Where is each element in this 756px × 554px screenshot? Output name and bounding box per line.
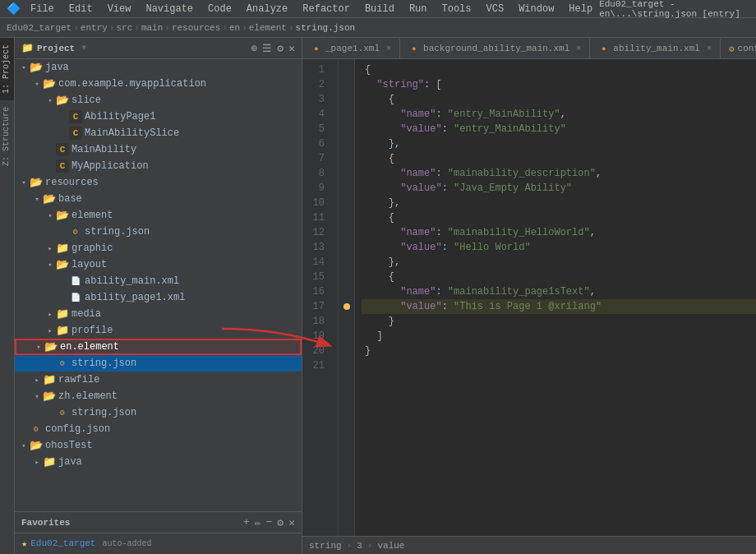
tab-page1[interactable]: 🔸_page1.xml× (302, 39, 400, 58)
line-number-5: 5 (302, 122, 331, 136)
tree-item-AbilityPage1[interactable]: CAbilityPage1 (15, 108, 302, 125)
tree-label-config_json: config.json (45, 423, 110, 435)
settings-icon[interactable]: ⚙ (277, 42, 284, 55)
tree-item-resources[interactable]: ▾📂resources (15, 174, 302, 191)
tree-item-config_json[interactable]: ⚙config.json (15, 421, 302, 437)
tree-arrow-layout: ▾ (44, 261, 56, 270)
tree-item-ohosTest[interactable]: ▾📂ohosTest (15, 437, 302, 454)
editor-area: 🔸_page1.xml×🔸background_ability_main.xml… (302, 38, 756, 554)
star-icon: ★ (21, 538, 27, 550)
tab-close-ability_main[interactable]: × (707, 44, 712, 53)
app-icon: 🔷 (7, 2, 21, 16)
tab-config[interactable]: ⚙config.json× (721, 39, 756, 58)
tree-label-string_json_zh: string.json (71, 407, 136, 418)
breadcrumb-item-2[interactable]: src (116, 23, 132, 33)
tree-icon-config_json: ⚙ (30, 422, 43, 436)
line-number-14: 14 (302, 255, 331, 270)
tree-item-rawfile[interactable]: ▸📁rawfile (15, 372, 302, 388)
menu-navigate[interactable]: Navigate (139, 2, 200, 16)
tree-item-base[interactable]: ▾📂base (15, 191, 302, 207)
menu-items: FileEditViewNavigateCodeAnalyzeRefactorB… (24, 2, 599, 16)
breadcrumb-item-4[interactable]: resources (172, 23, 220, 33)
tree-item-java2[interactable]: ▸📁java (15, 454, 302, 470)
tab-bg_ability[interactable]: 🔸background_ability_main.xml× (400, 39, 590, 58)
menu-view[interactable]: View (101, 2, 138, 16)
tree-item-profile[interactable]: ▸📁profile (15, 322, 302, 339)
fav-settings-icon[interactable]: ⚙ (277, 516, 284, 529)
line-number-20: 20 (302, 344, 331, 358)
tab-ability_main[interactable]: 🔸ability_main.xml× (590, 39, 721, 58)
breadcrumb-item-6[interactable]: element (249, 23, 287, 33)
tab-close-bg_ability[interactable]: × (576, 44, 581, 53)
tree-icon-string_json_base: ⚙ (69, 225, 82, 238)
breadcrumb: Edu02_target › entry › src › main › reso… (0, 18, 756, 38)
tree-item-media[interactable]: ▸📁media (15, 306, 302, 322)
tab-close-page1[interactable]: × (386, 44, 391, 53)
tree-item-slice[interactable]: ▾📂slice (15, 92, 302, 108)
line-number-16: 16 (302, 284, 331, 299)
tree-icon-MyApplication: C (56, 159, 69, 173)
tree-item-ability_main_xml[interactable]: 📄ability_main.xml (15, 273, 302, 289)
tree-item-MainAbilitySlice[interactable]: CMainAbilitySlice (15, 125, 302, 141)
code-line-20: } (362, 344, 756, 358)
close-sidebar-icon[interactable]: ✕ (288, 42, 295, 55)
tree-icon-slice: 📂 (56, 94, 69, 107)
breadcrumb-item-0[interactable]: Edu02_target (7, 23, 71, 33)
breadcrumb-item-5[interactable]: en (229, 23, 240, 33)
breadcrumb-item-3[interactable]: main (141, 23, 163, 33)
tree-icon-java2: 📁 (43, 455, 56, 469)
fav-close-icon[interactable]: ✕ (288, 516, 295, 529)
code-line-17: "value": "This is Page 1 @xrilang" (362, 299, 756, 314)
breadcrumb-item-1[interactable]: entry (81, 23, 108, 33)
code-line-1: { (362, 62, 756, 77)
tree-item-graphic[interactable]: ▸📁graphic (15, 240, 302, 256)
menu-vcs[interactable]: VCS (480, 2, 511, 16)
vtab-structure[interactable]: Z: Structure (0, 100, 14, 173)
tree-item-layout[interactable]: ▾📂layout (15, 256, 302, 273)
tree-arrow-base: ▾ (31, 195, 43, 204)
code-editor[interactable]: 123456789101112131415161718192021 { "str… (302, 59, 756, 536)
gutter-15 (339, 270, 354, 284)
tree-item-java[interactable]: ▾📂java (15, 59, 302, 76)
menu-window[interactable]: Window (512, 2, 560, 16)
code-line-7: { (362, 151, 756, 166)
tree-item-zh_element[interactable]: ▾📂zh.element (15, 388, 302, 404)
tree-item-com[interactable]: ▾📂com.example.myapplication (15, 76, 302, 92)
tree-item-MainAbility[interactable]: CMainAbility (15, 141, 302, 158)
fav-add-icon[interactable]: + (243, 516, 250, 529)
line-number-9: 9 (302, 181, 331, 196)
gutter-11 (339, 210, 354, 225)
menu-help[interactable]: Help (562, 2, 599, 16)
menu-build[interactable]: Build (358, 2, 401, 16)
menu-edit[interactable]: Edit (62, 2, 99, 16)
menu-code[interactable]: Code (201, 2, 238, 16)
menu-analyze[interactable]: Analyze (240, 2, 294, 16)
menu-refactor[interactable]: Refactor (296, 2, 357, 16)
line-number-13: 13 (302, 240, 331, 255)
gutter (339, 59, 355, 536)
fav-remove-icon[interactable]: − (266, 516, 273, 529)
menu-file[interactable]: File (24, 2, 61, 16)
tree-label-media: media (71, 308, 101, 320)
code-content[interactable]: { "string": [ { "name": "entry_MainAbili… (355, 59, 756, 536)
tree-item-en_element[interactable]: ▾📂en.element (15, 339, 302, 355)
locate-icon[interactable]: ⊕ (251, 42, 258, 55)
fav-edit-icon[interactable]: ✏ (255, 516, 261, 529)
tree-item-ability_page1_xml[interactable]: 📄ability_page1.xml (15, 289, 302, 306)
tree-label-com: com.example.myapplication (58, 78, 206, 90)
tree-item-MyApplication[interactable]: CMyApplication (15, 158, 302, 174)
expand-all-icon[interactable]: ☰ (262, 42, 272, 55)
favorites-item[interactable]: ★ Edu02_target auto-added (15, 533, 302, 553)
line-number-10: 10 (302, 196, 331, 210)
status-field: value (377, 541, 404, 551)
tree-item-string_json_base[interactable]: ⚙string.json (15, 224, 302, 240)
tree-item-element[interactable]: ▾📂element (15, 207, 302, 224)
vtab-project[interactable]: 1: Project (0, 38, 14, 100)
tree-label-resources: resources (45, 177, 99, 188)
tree-item-string_json_en[interactable]: ⚙string.json (15, 355, 302, 372)
folder-icon: 📁 (21, 42, 34, 54)
favorites-section: Favorites + ✏ − ⚙ ✕ ★ Edu02_target auto-… (15, 511, 302, 554)
menu-tools[interactable]: Tools (436, 2, 478, 16)
menu-run[interactable]: Run (403, 2, 434, 16)
tree-item-string_json_zh[interactable]: ⚙string.json (15, 404, 302, 421)
